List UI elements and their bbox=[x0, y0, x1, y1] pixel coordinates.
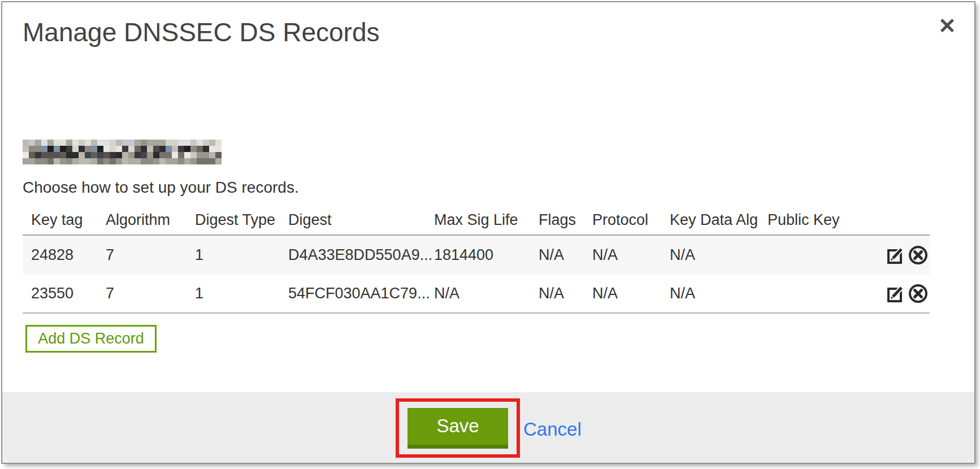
instruction-text: Choose how to set up your DS records. bbox=[23, 179, 299, 197]
edit-icon bbox=[886, 245, 906, 266]
cell-key-data-alg: N/A bbox=[670, 285, 767, 302]
cell-algorithm: 7 bbox=[106, 246, 195, 264]
col-header-digest-type: Digest Type bbox=[195, 210, 288, 228]
page-title: Manage DNSSEC DS Records bbox=[23, 17, 379, 47]
cell-protocol: N/A bbox=[592, 246, 670, 264]
col-header-public-key: Public Key bbox=[767, 210, 886, 228]
col-header-max-sig-life: Max Sig Life bbox=[434, 210, 539, 228]
delete-record-button[interactable] bbox=[908, 283, 929, 304]
cell-digest-type: 1 bbox=[195, 285, 288, 302]
cell-algorithm: 7 bbox=[106, 285, 195, 302]
cell-max-sig-life: N/A bbox=[434, 285, 539, 302]
close-button[interactable]: ✕ bbox=[931, 10, 963, 42]
cell-flags: N/A bbox=[539, 246, 592, 264]
edit-icon bbox=[886, 284, 906, 304]
cell-max-sig-life: 1814400 bbox=[434, 246, 539, 264]
edit-record-button[interactable] bbox=[886, 245, 906, 266]
add-ds-record-button[interactable]: Add DS Record bbox=[25, 325, 157, 353]
table-row: 24828 7 1 D4A33E8DD550A9... 1814400 N/A … bbox=[23, 236, 930, 275]
cell-digest: D4A33E8DD550A9... bbox=[288, 246, 434, 264]
dnssec-modal: Manage DNSSEC DS Records ✕ Choose how to… bbox=[0, 0, 980, 469]
table-row: 23550 7 1 54FCF030AA1C79... N/A N/A N/A … bbox=[23, 275, 930, 314]
col-header-algorithm: Algorithm bbox=[106, 210, 195, 228]
ds-records-table: Key tag Algorithm Digest Type Digest Max… bbox=[23, 210, 930, 314]
cell-key-tag: 24828 bbox=[31, 246, 106, 264]
cell-flags: N/A bbox=[539, 285, 592, 302]
remove-icon bbox=[908, 245, 929, 266]
annotation-highlight: Save bbox=[396, 398, 520, 458]
col-header-flags: Flags bbox=[539, 210, 592, 228]
cell-protocol: N/A bbox=[592, 285, 670, 302]
col-header-key-data-alg: Key Data Alg bbox=[670, 210, 767, 228]
table-header-row: Key tag Algorithm Digest Type Digest Max… bbox=[23, 210, 930, 236]
close-icon: ✕ bbox=[938, 15, 956, 37]
col-header-protocol: Protocol bbox=[592, 210, 670, 228]
cell-key-tag: 23550 bbox=[31, 285, 106, 302]
col-header-key-tag: Key tag bbox=[31, 210, 106, 228]
save-button[interactable]: Save bbox=[407, 408, 508, 449]
remove-icon bbox=[908, 283, 929, 304]
cancel-link[interactable]: Cancel bbox=[523, 419, 582, 440]
delete-record-button[interactable] bbox=[908, 245, 929, 266]
domain-name-redacted bbox=[23, 140, 222, 164]
edit-record-button[interactable] bbox=[886, 283, 906, 304]
cell-digest-type: 1 bbox=[195, 246, 288, 264]
cell-digest: 54FCF030AA1C79... bbox=[288, 285, 434, 302]
col-header-digest: Digest bbox=[288, 210, 434, 228]
cell-key-data-alg: N/A bbox=[670, 246, 767, 264]
